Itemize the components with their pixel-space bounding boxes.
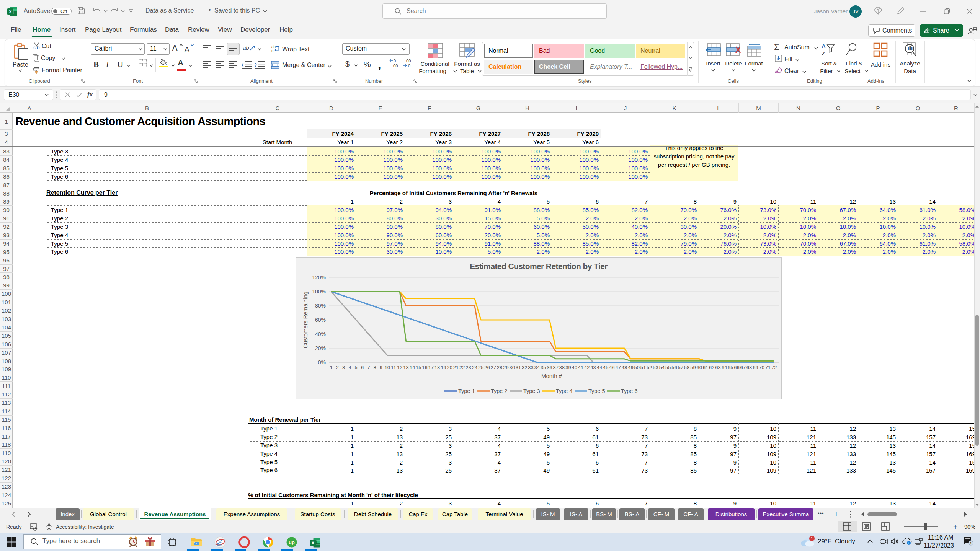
svg-text:72: 72: [771, 365, 777, 370]
svg-text:30: 30: [509, 365, 514, 370]
svg-text:i: i: [908, 541, 909, 545]
svg-text:28: 28: [497, 365, 502, 370]
svg-text:40%: 40%: [315, 331, 326, 337]
svg-text:21: 21: [453, 365, 459, 370]
svg-text:up: up: [289, 540, 295, 545]
svg-text:24: 24: [472, 365, 477, 370]
svg-text:1: 1: [970, 541, 972, 545]
svg-text:c: c: [271, 49, 273, 53]
svg-text:19: 19: [441, 365, 446, 370]
svg-text:80%: 80%: [315, 303, 326, 309]
svg-text:46: 46: [609, 365, 614, 370]
svg-text:11: 11: [391, 365, 396, 370]
svg-text:43: 43: [590, 365, 596, 370]
svg-text:60: 60: [696, 365, 702, 370]
svg-text:56: 56: [671, 365, 677, 370]
svg-text:Type 5: Type 5: [588, 388, 605, 394]
svg-text:16: 16: [422, 365, 427, 370]
svg-text:34: 34: [534, 365, 540, 370]
svg-text:X: X: [312, 541, 315, 545]
svg-text:22: 22: [459, 365, 465, 370]
svg-text:25: 25: [478, 365, 483, 370]
svg-text:29: 29: [503, 365, 508, 370]
svg-text:61: 61: [703, 365, 708, 370]
svg-text:12: 12: [397, 365, 402, 370]
svg-text:51: 51: [640, 365, 646, 370]
svg-text:7: 7: [367, 365, 370, 370]
svg-text:33: 33: [528, 365, 533, 370]
svg-text:Type 4: Type 4: [556, 388, 573, 394]
svg-text:20%: 20%: [315, 345, 326, 351]
svg-text:Type 2: Type 2: [491, 388, 508, 394]
svg-text:23: 23: [466, 365, 471, 370]
svg-text:44: 44: [597, 365, 602, 370]
svg-text:Type 1: Type 1: [458, 388, 475, 394]
svg-text:55: 55: [665, 365, 671, 370]
svg-text:63: 63: [715, 365, 720, 370]
svg-text:Customers Remaining: Customers Remaining: [302, 292, 309, 348]
svg-text:53: 53: [653, 365, 658, 370]
svg-text:Type 3: Type 3: [523, 388, 540, 394]
svg-text:.00: .00: [405, 59, 411, 63]
svg-text:40: 40: [572, 365, 577, 370]
svg-text:54: 54: [659, 365, 665, 370]
svg-text:57: 57: [678, 365, 683, 370]
svg-text:5: 5: [355, 365, 358, 370]
svg-text:Estimated Customer Retention b: Estimated Customer Retention by Tier: [470, 262, 608, 271]
svg-text:0%: 0%: [318, 359, 326, 365]
svg-text:45: 45: [603, 365, 608, 370]
svg-text:48: 48: [622, 365, 627, 370]
svg-text:38: 38: [559, 365, 565, 370]
svg-text:58: 58: [684, 365, 689, 370]
svg-text:68: 68: [746, 365, 752, 370]
svg-text:Z: Z: [822, 50, 825, 57]
svg-text:0: 0: [394, 59, 396, 63]
svg-text:20: 20: [447, 365, 452, 370]
svg-text:A: A: [822, 43, 826, 49]
svg-text:37: 37: [553, 365, 559, 370]
svg-text:71: 71: [765, 365, 771, 370]
svg-text:14: 14: [410, 365, 415, 370]
svg-text:27: 27: [491, 365, 496, 370]
svg-text:36: 36: [547, 365, 552, 370]
svg-text:42: 42: [584, 365, 590, 370]
svg-text:52: 52: [647, 365, 652, 370]
svg-text:Type 6: Type 6: [621, 388, 638, 394]
svg-text:67: 67: [740, 365, 746, 370]
svg-text:47: 47: [616, 365, 621, 370]
svg-text:1: 1: [330, 365, 332, 370]
svg-text:17: 17: [428, 365, 434, 370]
svg-text:6: 6: [361, 365, 364, 370]
svg-text:65: 65: [728, 365, 733, 370]
svg-text:26: 26: [484, 365, 490, 370]
svg-text:9: 9: [380, 365, 382, 370]
svg-text:2: 2: [336, 365, 339, 370]
svg-text:18: 18: [434, 365, 440, 370]
svg-text:41: 41: [578, 365, 583, 370]
svg-text:50: 50: [634, 365, 639, 370]
svg-text:3: 3: [342, 365, 345, 370]
svg-text:69: 69: [753, 365, 758, 370]
svg-text:8: 8: [373, 365, 376, 370]
svg-text:59: 59: [690, 365, 696, 370]
svg-text:60%: 60%: [315, 317, 326, 323]
svg-text:15: 15: [416, 365, 421, 370]
svg-text:4: 4: [348, 365, 351, 370]
svg-text:62: 62: [709, 365, 714, 370]
svg-text:64: 64: [722, 365, 727, 370]
svg-text:Month #: Month #: [541, 373, 562, 379]
svg-text:66: 66: [734, 365, 739, 370]
svg-text:49: 49: [628, 365, 633, 370]
svg-text:100%: 100%: [312, 289, 326, 295]
svg-text:X: X: [9, 9, 12, 15]
svg-text:32: 32: [522, 365, 527, 370]
svg-text:10: 10: [384, 365, 390, 370]
svg-text:120%: 120%: [312, 274, 326, 280]
svg-text:13: 13: [403, 365, 408, 370]
svg-text:31: 31: [516, 365, 521, 370]
svg-text:.00: .00: [392, 64, 398, 68]
svg-text:39: 39: [565, 365, 571, 370]
svg-text:1: 1: [811, 536, 813, 541]
svg-text:70: 70: [759, 365, 764, 370]
svg-text:0: 0: [408, 64, 410, 68]
